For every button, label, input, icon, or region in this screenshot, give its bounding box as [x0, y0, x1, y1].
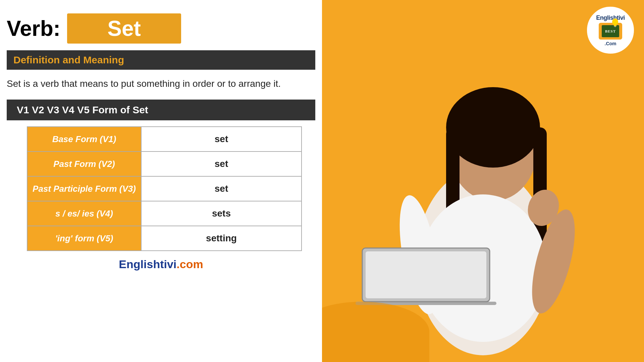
- table-row: Past Participle Form (V3)set: [27, 176, 302, 201]
- footer-brand: Englishtivi.com: [7, 258, 315, 271]
- verb-title-row: Verb: Set: [7, 13, 315, 44]
- logo-text-bottom: .Com: [605, 41, 616, 46]
- lightbulb-icon: [611, 18, 619, 27]
- table-value-cell: setting: [141, 226, 302, 251]
- svg-rect-15: [366, 251, 486, 298]
- table-row: Past Form (V2)set: [27, 152, 302, 176]
- table-label-cell: Base Form (V1): [27, 127, 141, 152]
- logo-tv: BEST: [599, 23, 622, 40]
- verb-label: Verb:: [7, 16, 60, 41]
- logo-circle: Englishtivi BEST .Com: [587, 7, 634, 54]
- table-label-cell: Past Form (V2): [27, 152, 141, 176]
- forms-heading: V1 V2 V3 V4 V5 Form of Set: [7, 100, 315, 120]
- table-row: s / es/ ies (V4)sets: [27, 201, 302, 226]
- table-label-cell: Past Participle Form (V3): [27, 176, 141, 201]
- table-label-cell: 'ing' form (V5): [27, 226, 141, 251]
- verb-word: Set: [87, 16, 161, 41]
- table-value-cell: set: [141, 127, 302, 152]
- footer-brand-orange: .com: [176, 258, 203, 270]
- definition-text: Set is a verb that means to put somethin…: [7, 77, 315, 90]
- footer-brand-blue: Englishtivi: [119, 258, 176, 270]
- table-row: Base Form (V1)set: [27, 127, 302, 152]
- table-value-cell: sets: [141, 201, 302, 226]
- table-value-cell: set: [141, 152, 302, 176]
- logo-tv-text: BEST: [605, 29, 616, 33]
- right-panel: Englishtivi BEST .Com: [322, 0, 644, 362]
- svg-point-6: [446, 87, 540, 168]
- verb-forms-table: Base Form (V1)setPast Form (V2)setPast P…: [27, 126, 302, 251]
- table-label-cell: s / es/ ies (V4): [27, 201, 141, 226]
- svg-point-0: [612, 18, 618, 25]
- logo-text-top: Englishtivi: [596, 14, 625, 21]
- verb-word-box: Set: [67, 13, 181, 44]
- definition-heading: Definition and Meaning: [7, 50, 315, 70]
- main-content: Verb: Set Definition and Meaning Set is …: [0, 0, 322, 362]
- table-value-cell: set: [141, 176, 302, 201]
- table-row: 'ing' form (V5)setting: [27, 226, 302, 251]
